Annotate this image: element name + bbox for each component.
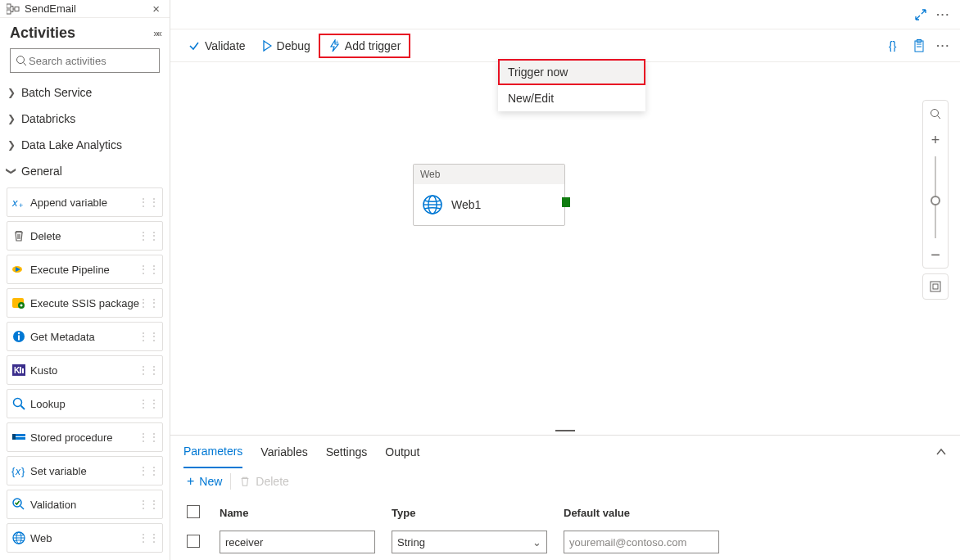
tab-parameters[interactable]: Parameters <box>183 436 242 468</box>
tab-variables[interactable]: Variables <box>260 436 307 468</box>
svg-rect-11 <box>18 336 20 341</box>
trash-icon <box>7 229 30 242</box>
activity-label: Web <box>30 532 52 544</box>
activity-label: Get Metadata <box>30 331 95 343</box>
zoom-control: + − <box>922 100 949 269</box>
param-default-input[interactable] <box>564 531 719 553</box>
search-input[interactable] <box>27 54 168 68</box>
tab-output[interactable]: Output <box>385 436 419 468</box>
pipeline-tab-label: SendEmail <box>25 2 76 15</box>
globe-icon <box>7 531 30 544</box>
activities-title: Activities <box>10 25 75 42</box>
menu-new-edit[interactable]: New/Edit <box>498 85 645 111</box>
output-port[interactable] <box>562 197 570 207</box>
clipboard-icon[interactable] <box>913 39 925 52</box>
debug-button[interactable]: Debug <box>254 34 319 58</box>
search-activities[interactable] <box>10 48 160 73</box>
node-type-label: Web <box>414 165 564 184</box>
drag-grip-icon: ⋮⋮ <box>138 188 159 216</box>
activity-web[interactable]: Web ⋮⋮ <box>7 523 163 553</box>
pipeline-tab-bar: SendEmail × <box>0 0 170 18</box>
search-zoom-icon[interactable] <box>922 101 949 127</box>
svg-rect-0 <box>7 4 11 8</box>
add-trigger-label: Add trigger <box>345 39 401 52</box>
code-braces-icon[interactable]: {} <box>889 40 902 52</box>
zoom-thumb[interactable] <box>931 196 940 205</box>
activity-set-variable[interactable]: {x} Set variable ⋮⋮ <box>7 456 163 485</box>
svg-rect-15 <box>20 367 21 373</box>
chevron-down-icon: ⌄ <box>532 536 541 549</box>
svg-rect-2 <box>15 7 19 11</box>
zoom-out-button[interactable]: − <box>922 242 949 268</box>
collapse-panel-icon[interactable] <box>935 448 947 456</box>
plus-icon: + <box>187 474 194 489</box>
delete-parameter-button: Delete <box>239 475 288 488</box>
drag-grip-icon: ⋮⋮ <box>138 457 159 485</box>
svg-rect-1 <box>7 10 11 14</box>
zoom-fit-button[interactable] <box>922 273 949 300</box>
tab-label: Settings <box>326 445 368 458</box>
trash-icon <box>239 476 251 487</box>
activity-append-variable[interactable]: x+ Append variable ⋮⋮ <box>7 187 163 217</box>
category-general[interactable]: ❯ General <box>7 158 163 184</box>
svg-point-12 <box>18 332 20 334</box>
close-tab-icon[interactable]: × <box>149 2 163 16</box>
add-trigger-button[interactable]: + Add trigger <box>319 34 410 58</box>
node-name: Web1 <box>451 198 481 211</box>
new-label: New <box>199 475 222 488</box>
activity-get-metadata[interactable]: Get Metadata ⋮⋮ <box>7 322 163 351</box>
delete-label: Delete <box>256 475 288 488</box>
category-batch-service[interactable]: ❯ Batch Service <box>7 79 163 106</box>
canvas-node-web1[interactable]: Web Web1 <box>413 164 565 226</box>
activity-label: Append variable <box>30 196 107 209</box>
svg-rect-41 <box>931 282 940 291</box>
activity-label: Lookup <box>30 398 66 410</box>
stored-procedure-icon <box>7 431 30 443</box>
activity-execute-pipeline[interactable]: Execute Pipeline ⋮⋮ <box>7 255 163 284</box>
select-all-checkbox[interactable] <box>187 505 200 518</box>
pipeline-tab[interactable]: SendEmail <box>7 2 76 15</box>
execute-pipeline-icon <box>7 264 30 275</box>
top-strip: ··· <box>170 0 960 29</box>
row-checkbox[interactable] <box>187 535 200 548</box>
new-parameter-button[interactable]: + New <box>187 474 222 489</box>
activity-stored-procedure[interactable]: Stored procedure ⋮⋮ <box>7 422 163 452</box>
pipeline-canvas[interactable]: Web Web1 + − <box>170 62 960 427</box>
drag-grip-icon: ⋮⋮ <box>138 423 159 451</box>
category-databricks[interactable]: ❯ Databricks <box>7 106 163 132</box>
validate-button[interactable]: Validate <box>180 34 254 58</box>
zoom-in-button[interactable]: + <box>922 127 949 153</box>
svg-line-4 <box>24 63 27 66</box>
tab-settings[interactable]: Settings <box>326 436 368 468</box>
panel-divider[interactable] <box>170 427 960 435</box>
chevron-down-icon: ❯ <box>6 166 17 176</box>
set-variable-icon: {x} <box>7 464 30 477</box>
collapse-panel-icon[interactable]: » « <box>153 28 160 39</box>
more-icon[interactable]: ··· <box>936 8 950 20</box>
menu-trigger-now[interactable]: Trigger now <box>498 59 645 85</box>
drag-grip-icon: ⋮⋮ <box>138 255 159 283</box>
pipeline-icon <box>7 3 20 15</box>
parameter-row: String ⌄ <box>187 527 944 557</box>
lookup-icon <box>7 397 30 410</box>
param-name-input[interactable] <box>220 531 375 553</box>
activity-lookup[interactable]: Lookup ⋮⋮ <box>7 389 163 418</box>
activity-validation[interactable]: Validation ⋮⋮ <box>7 490 163 519</box>
validation-icon <box>7 498 30 511</box>
svg-text:}: } <box>21 465 25 477</box>
drag-grip-icon: ⋮⋮ <box>138 289 159 317</box>
zoom-slider[interactable] <box>935 156 936 238</box>
drag-grip-icon: ⋮⋮ <box>138 390 159 418</box>
param-type-select[interactable]: String ⌄ <box>392 531 547 553</box>
category-data-lake-analytics[interactable]: ❯ Data Lake Analytics <box>7 132 163 158</box>
activity-kusto[interactable]: K Kusto ⋮⋮ <box>7 355 163 385</box>
svg-point-3 <box>17 56 25 64</box>
chevron-right-icon: ❯ <box>7 113 16 124</box>
activity-execute-ssis[interactable]: Execute SSIS package ⋮⋮ <box>7 288 163 318</box>
more-icon[interactable]: ··· <box>936 39 950 52</box>
svg-text:+: + <box>335 39 339 46</box>
category-label: Data Lake Analytics <box>21 138 122 151</box>
expand-icon[interactable] <box>915 9 926 20</box>
activity-label: Validation <box>30 499 76 511</box>
activity-delete[interactable]: Delete ⋮⋮ <box>7 221 163 251</box>
